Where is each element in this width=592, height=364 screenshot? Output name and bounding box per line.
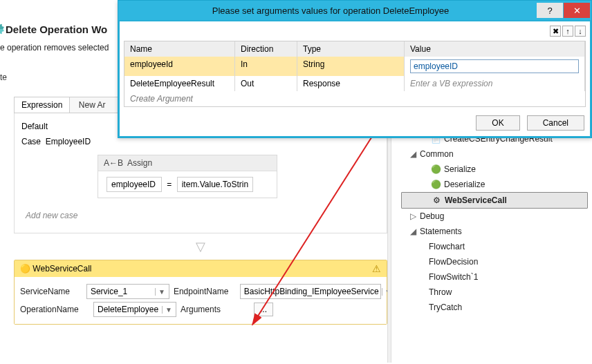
switch-case-row[interactable]: Case EmployeeID	[21, 137, 380, 146]
tab-new-argument[interactable]: New Ar	[73, 97, 111, 113]
chevron-down-icon: ▼	[162, 306, 172, 314]
assign-activity[interactable]: A←B Assign employeeID = item.Value.ToStr…	[98, 155, 277, 198]
ok-button[interactable]: OK	[476, 115, 519, 131]
toolbox-tree: 📄CreateCSEntryChangeResult ◢Common 🟢Seri…	[401, 131, 588, 315]
tab-expression[interactable]: Expression	[15, 97, 70, 113]
delete-argument-button[interactable]: ✖	[550, 26, 561, 37]
tree-item-serialize[interactable]: 🟢Serialize	[401, 162, 588, 177]
tree-item-throw[interactable]: Throw	[401, 285, 588, 300]
page-title: Delete Operation Wo	[6, 23, 107, 35]
page-trunc: te	[0, 73, 7, 82]
cancel-button[interactable]: Cancel	[527, 115, 584, 131]
grid-row[interactable]: employeeId In String employeeID	[124, 57, 585, 76]
chevron-down-icon: ▼	[155, 288, 165, 296]
col-direction[interactable]: Direction	[235, 41, 297, 57]
assign-icon: A←B	[104, 158, 123, 168]
endpoint-combo[interactable]: BasicHttpBinding_IEmployeeService▼	[240, 284, 381, 299]
operationname-label: OperationName	[20, 305, 89, 314]
endpoint-label: EndpointName	[174, 287, 236, 296]
cell-type[interactable]: Response	[297, 76, 405, 91]
tree-item-webservicecall[interactable]: ⚙WebServiceCall	[401, 192, 588, 209]
assign-title: Assign	[127, 158, 152, 168]
serialize-icon: 🟢	[431, 164, 441, 174]
cell-value[interactable]: employeeID	[405, 57, 585, 76]
add-new-case[interactable]: Add new case	[21, 204, 380, 227]
page-desc: e operation removes selected	[0, 43, 109, 52]
col-value[interactable]: Value	[405, 41, 585, 57]
grid-row[interactable]: DeleteEmployeeResult Out Response Enter …	[124, 76, 585, 91]
deserialize-icon: 🟢	[431, 180, 441, 189]
dialog-titlebar[interactable]: Please set arguments values for operatio…	[118, 1, 591, 20]
caret-down-icon: ◢	[409, 148, 416, 160]
activity-gear-icon: 🟡	[20, 264, 30, 274]
caret-right-icon: ▷	[409, 210, 416, 222]
assign-to-field[interactable]: employeeID	[107, 177, 162, 192]
assign-equals: =	[167, 180, 172, 189]
value-input[interactable]: employeeID	[410, 59, 579, 73]
arguments-button[interactable]: ...	[254, 303, 273, 316]
col-name[interactable]: Name	[124, 41, 235, 57]
close-button[interactable]: ✕	[564, 3, 590, 18]
cell-type[interactable]: String	[297, 57, 405, 76]
cell-name[interactable]: DeleteEmployeeResult	[124, 76, 235, 91]
arguments-label: Arguments	[181, 305, 250, 314]
tree-item-flowswitch[interactable]: FlowSwitch`1	[401, 269, 588, 285]
cell-direction[interactable]: Out	[235, 76, 297, 91]
create-argument[interactable]: Create Argument	[124, 91, 585, 106]
cell-value[interactable]: Enter a VB expression	[405, 76, 585, 91]
assign-value-field[interactable]: item.Value.ToStrin	[177, 177, 254, 192]
cell-direction[interactable]: In	[235, 57, 297, 76]
col-type[interactable]: Type	[297, 41, 405, 57]
tree-item-flowdecision[interactable]: FlowDecision	[401, 254, 588, 269]
arguments-dialog: Please set arguments values for operatio…	[118, 0, 592, 138]
tree-group-statements[interactable]: ◢Statements	[401, 224, 588, 239]
tree-item-deserialize[interactable]: 🟢Deserialize	[401, 177, 588, 192]
operationname-combo[interactable]: DeleteEmployee▼	[93, 302, 176, 317]
tree-group-debug[interactable]: ▷Debug	[401, 209, 588, 224]
flow-arrow-icon: ▽	[14, 233, 387, 260]
gear-icon: ⚙	[432, 195, 441, 205]
dialog-title: Please set arguments values for operatio…	[125, 6, 536, 16]
warning-icon: ⚠	[372, 263, 381, 274]
move-down-button[interactable]: ↓	[575, 26, 586, 37]
cell-name[interactable]: employeeId	[124, 57, 235, 76]
case-label: Case	[21, 137, 41, 146]
dialog-toolbar: ✖ ↑ ↓	[550, 26, 586, 37]
tree-item-flowchart[interactable]: Flowchart	[401, 239, 588, 254]
move-up-button[interactable]: ↑	[562, 26, 573, 37]
help-button[interactable]: ?	[537, 3, 563, 18]
grid-header-row: Name Direction Type Value	[124, 41, 585, 57]
activity-title: WebServiceCall	[33, 264, 91, 274]
wizard-icon	[0, 23, 4, 35]
tree-group-common[interactable]: ◢Common	[401, 146, 588, 162]
webservicecall-activity[interactable]: 🟡 WebServiceCall ⚠ ServiceName Service_1…	[14, 260, 387, 325]
arguments-grid: Name Direction Type Value employeeId In …	[124, 41, 586, 107]
tree-item-trycatch[interactable]: TryCatch	[401, 300, 588, 315]
caret-down-icon: ◢	[409, 225, 416, 238]
servicename-label: ServiceName	[20, 287, 82, 296]
case-value: EmployeeID	[46, 137, 91, 146]
value-placeholder: Enter a VB expression	[410, 79, 492, 88]
servicename-combo[interactable]: Service_1▼	[86, 284, 169, 299]
